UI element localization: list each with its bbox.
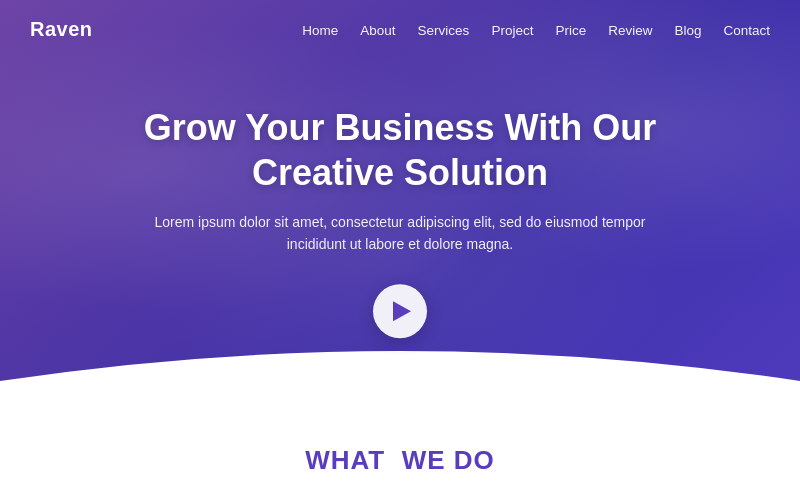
we-do-label: WE DO — [402, 445, 495, 475]
nav-links: Home About Services Project Price Review… — [302, 21, 770, 39]
nav-item-project[interactable]: Project — [491, 21, 533, 39]
nav-item-review[interactable]: Review — [608, 21, 652, 39]
play-icon — [393, 301, 411, 321]
nav-link-price[interactable]: Price — [555, 23, 586, 38]
nav-item-blog[interactable]: Blog — [674, 21, 701, 39]
navbar: Raven Home About Services Project Price … — [0, 0, 800, 59]
hero-curve — [0, 341, 800, 420]
what-we-do-heading: WHAT WE DO — [305, 445, 495, 476]
nav-link-services[interactable]: Services — [418, 23, 470, 38]
hero-section: Raven Home About Services Project Price … — [0, 0, 800, 420]
nav-item-about[interactable]: About — [360, 21, 395, 39]
nav-item-services[interactable]: Services — [418, 21, 470, 39]
nav-link-blog[interactable]: Blog — [674, 23, 701, 38]
play-button[interactable] — [373, 284, 427, 338]
hero-subtitle: Lorem ipsum dolor sit amet, consectetur … — [140, 211, 660, 256]
nav-link-about[interactable]: About — [360, 23, 395, 38]
hero-content: Grow Your Business With Our Creative Sol… — [140, 105, 660, 338]
nav-item-home[interactable]: Home — [302, 21, 338, 39]
bottom-section: WHAT WE DO — [0, 420, 800, 500]
what-label: WHAT — [305, 445, 385, 475]
what-we-do-text: WHAT WE DO — [305, 445, 495, 475]
nav-link-contact[interactable]: Contact — [723, 23, 770, 38]
nav-link-review[interactable]: Review — [608, 23, 652, 38]
nav-item-price[interactable]: Price — [555, 21, 586, 39]
nav-link-project[interactable]: Project — [491, 23, 533, 38]
nav-link-home[interactable]: Home — [302, 23, 338, 38]
nav-item-contact[interactable]: Contact — [723, 21, 770, 39]
hero-title: Grow Your Business With Our Creative Sol… — [140, 105, 660, 195]
brand-logo[interactable]: Raven — [30, 18, 93, 41]
